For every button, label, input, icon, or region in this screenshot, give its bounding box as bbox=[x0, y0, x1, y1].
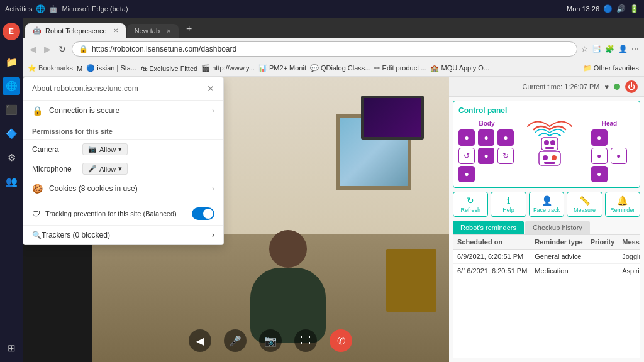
site-info-dropdown: About robotcon.isensetune.com ✕ 🔒 Connec… bbox=[23, 77, 224, 245]
os-sidebar-vscode[interactable]: 🔷 bbox=[3, 125, 20, 143]
settings-icon[interactable]: ⋯ bbox=[631, 45, 639, 53]
body-btn-4[interactable]: ● bbox=[478, 148, 494, 164]
body-btn-5[interactable]: ↻ bbox=[497, 148, 514, 164]
activities-label[interactable]: Activities bbox=[5, 5, 32, 13]
microphone-icon: 🎤 bbox=[88, 165, 97, 173]
mic-btn[interactable]: 🎤 bbox=[224, 329, 247, 352]
browser-favicon: 🌐 bbox=[36, 4, 45, 13]
tracking-toggle[interactable] bbox=[192, 207, 214, 220]
power-button[interactable]: ⏻ bbox=[625, 80, 638, 93]
tab-close-newtab[interactable]: ✕ bbox=[166, 28, 171, 35]
body-btn-2[interactable]: ● bbox=[497, 129, 514, 146]
trackers-row[interactable]: 🔍 Trackers (0 blocked) › bbox=[23, 226, 223, 244]
bk-gmail[interactable]: M bbox=[77, 65, 82, 72]
browser-name-label[interactable]: Microsoft Edge (beta) bbox=[62, 5, 128, 13]
os-sidebar-grid[interactable]: ⊞ bbox=[3, 339, 20, 357]
face-track-btn[interactable]: 👤 Face track bbox=[529, 192, 564, 217]
help-btn[interactable]: ℹ Help bbox=[491, 192, 526, 217]
camera-value: Allow bbox=[99, 146, 116, 153]
extensions-icon[interactable]: 🧩 bbox=[605, 45, 614, 53]
forward-button[interactable]: ▶ bbox=[42, 42, 53, 56]
os-sidebar-terminal[interactable]: ⬛ bbox=[3, 101, 20, 119]
measure-btn[interactable]: 📏 Measure bbox=[567, 192, 602, 217]
tab-bar: 🤖 Robot Telepresence ✕ New tab ✕ + bbox=[23, 18, 644, 38]
head-btn-4[interactable]: ● bbox=[591, 166, 608, 182]
new-tab-button[interactable]: + bbox=[180, 20, 198, 38]
tab-label-newtab: New tab bbox=[135, 27, 160, 35]
camera-btn[interactable]: 📷 bbox=[259, 329, 282, 352]
cp-layout: Body ● ● ● ↺ ● ↻ ● bbox=[458, 120, 635, 182]
help-label: Help bbox=[493, 207, 523, 213]
control-panel-title: Control panel bbox=[458, 106, 635, 115]
trackers-arrow: › bbox=[212, 231, 214, 239]
os-sidebar-teams[interactable]: 👥 bbox=[3, 173, 20, 190]
reminder-btn[interactable]: 🔔 Reminder bbox=[605, 192, 640, 217]
reload-button[interactable]: ↻ bbox=[57, 42, 68, 56]
os-taskbar: Activities 🌐 🤖 Microsoft Edge (beta) Mon… bbox=[0, 0, 644, 18]
url-bar[interactable]: 🔒 https://robotcon.isensetune.com/dashbo… bbox=[72, 41, 577, 57]
body-label: Body bbox=[458, 120, 515, 127]
cp-body-section: Body ● ● ● ↺ ● ↻ ● bbox=[458, 120, 515, 182]
page-content: About robotcon.isensetune.com ✕ 🔒 Connec… bbox=[23, 77, 644, 362]
robot-illustration bbox=[521, 120, 578, 170]
row1-type: General advice bbox=[531, 250, 586, 264]
os-sidebar-settings[interactable]: ⚙ bbox=[3, 149, 20, 167]
back-video-btn[interactable]: ◀ bbox=[189, 329, 211, 352]
address-bar-icons: ☆ 📑 🧩 👤 ⋯ bbox=[581, 45, 639, 53]
body-btn-6[interactable]: ● bbox=[458, 166, 475, 182]
collections-icon[interactable]: 📑 bbox=[592, 45, 601, 53]
site-info-close[interactable]: ✕ bbox=[207, 84, 214, 94]
row2-message: Aspirin bbox=[618, 264, 640, 278]
bk-pm2[interactable]: 📊 PM2+ Monit bbox=[258, 64, 306, 72]
tab-reminders[interactable]: Robot's reminders bbox=[453, 221, 524, 234]
reminders-table: Scheduled on Reminder type Priority Mess… bbox=[453, 234, 640, 358]
cookies-row[interactable]: 🍪 Cookies (8 cookies in use) › bbox=[23, 178, 223, 199]
refresh-icon: ↻ bbox=[455, 195, 486, 206]
os-sidebar-browser[interactable]: 🌐 bbox=[3, 77, 20, 95]
head-btn-3[interactable]: ● bbox=[611, 148, 627, 164]
row2-priority bbox=[587, 264, 619, 278]
bk-exclusive[interactable]: 🛍 Exclusive Fitted bbox=[140, 65, 197, 72]
person-container bbox=[250, 230, 326, 343]
end-call-btn[interactable]: ✆ bbox=[330, 329, 352, 352]
os-sidebar-files[interactable]: 📁 bbox=[3, 53, 20, 71]
bk-edit[interactable]: ✏ Edit product ... bbox=[374, 64, 426, 72]
camera-select[interactable]: 📷 Allow ▾ bbox=[82, 143, 128, 155]
bk-youtube[interactable]: 🎬 http://www.y... bbox=[201, 64, 255, 72]
body-btn-0[interactable]: ● bbox=[458, 129, 475, 146]
room-tv-screen bbox=[364, 98, 421, 137]
body-controls-grid: ● ● ● ↺ ● ↻ ● bbox=[458, 129, 515, 182]
tab-favicon-robot: 🤖 bbox=[33, 26, 42, 35]
microphone-select[interactable]: 🎤 Allow ▾ bbox=[82, 163, 128, 175]
row2-scheduled: 6/16/2021, 6:20:51 PM bbox=[453, 264, 531, 278]
star-icon[interactable]: ☆ bbox=[581, 45, 588, 53]
time-bar: Current time: 1:26:07 PM ♥ ⏻ bbox=[449, 77, 644, 97]
svg-rect-7 bbox=[544, 162, 555, 164]
tab-close-robot[interactable]: ✕ bbox=[113, 27, 118, 34]
bookmarks-label: ⭐ Bookmarks bbox=[28, 64, 73, 72]
connection-row[interactable]: 🔒 Connection is secure › bbox=[23, 101, 223, 121]
bk-qdialog[interactable]: 💬 QDialog Class... bbox=[310, 64, 371, 72]
connection-arrow: › bbox=[212, 106, 214, 115]
trackers-icon: 🔍 bbox=[32, 231, 42, 239]
fullscreen-btn[interactable]: ⛶ bbox=[294, 329, 317, 352]
table-row: 6/16/2021, 6:20:51 PM Medication Aspirin bbox=[453, 264, 640, 278]
back-button[interactable]: ◀ bbox=[28, 42, 38, 56]
body-btn-1[interactable]: ● bbox=[478, 129, 494, 146]
refresh-btn[interactable]: ↻ Refresh bbox=[453, 192, 488, 217]
head-btn-2[interactable]: ● bbox=[591, 148, 608, 164]
bk-issian[interactable]: 🔵 issian | Sta... bbox=[86, 64, 136, 72]
body-btn-3[interactable]: ↺ bbox=[458, 148, 475, 164]
tab-checkup[interactable]: Checkup history bbox=[525, 221, 590, 234]
head-btn-0[interactable]: ● bbox=[591, 129, 608, 146]
measure-icon: 📏 bbox=[569, 195, 599, 206]
bk-other[interactable]: 📁 Other favorites bbox=[583, 64, 639, 72]
bk-mqu[interactable]: 🏫 MQU Apply O... bbox=[430, 64, 489, 72]
profile-icon[interactable]: 👤 bbox=[618, 45, 628, 53]
os-divider bbox=[4, 47, 19, 47]
system-clock: Mon 13:26 bbox=[567, 5, 599, 13]
tab-robot[interactable]: 🤖 Robot Telepresence ✕ bbox=[25, 23, 126, 38]
tab-newtab[interactable]: New tab ✕ bbox=[127, 24, 179, 38]
trackers-label: Trackers (0 blocked) bbox=[42, 231, 212, 239]
camera-chevron: ▾ bbox=[118, 145, 122, 153]
